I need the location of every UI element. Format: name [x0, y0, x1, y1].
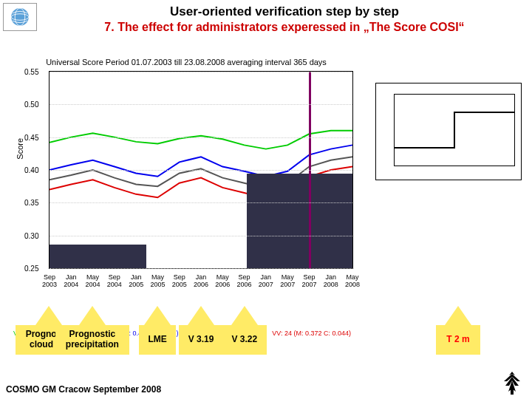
chart-x-tick: Sep2004	[107, 274, 122, 289]
chart-x-tick: Sep2007	[301, 274, 316, 289]
slide-footer: COSMO GM Cracow September 2008	[6, 384, 161, 395]
chart-y-tick: 0.30	[24, 231, 38, 239]
chart-title: Universal Score Period 01.07.2003 till 2…	[13, 58, 359, 66]
chart-x-tick: May2007	[280, 274, 295, 289]
chart-series-line	[50, 131, 352, 149]
chart-x-tick: May2005	[150, 274, 165, 289]
occlusion-box-left	[50, 245, 146, 268]
occlusion-box-right	[247, 174, 353, 268]
slide-title-line1: User-oriented verification step by step	[52, 4, 517, 19]
chart-gridline	[50, 236, 352, 236]
chart-y-tick: 0.40	[24, 166, 38, 174]
side-chart-svg	[395, 95, 514, 166]
chart-y-tick: 0.25	[24, 265, 38, 273]
chart-gridline	[50, 104, 352, 105]
annotation-arrow-icon	[231, 306, 258, 325]
chart-y-tick: 0.35	[24, 199, 38, 207]
chart-x-tick: May2006	[215, 274, 230, 289]
chart-x-tick: May2008	[345, 274, 360, 289]
chart-x-tick: Sep2003	[42, 274, 57, 289]
chart-x-tick: Jan2005	[129, 274, 143, 289]
annotation-label: LME	[139, 325, 176, 355]
annotation-label: V 3.22	[222, 325, 267, 355]
chart-x-tick: Jan2008	[324, 274, 338, 289]
chart-y-label: Score	[16, 138, 24, 160]
chart-x-tick: Jan2006	[194, 274, 208, 289]
svg-rect-3	[511, 389, 514, 395]
chart-gridline	[50, 170, 352, 171]
annotation-label: T 2 m	[436, 325, 480, 355]
side-chart	[375, 83, 522, 180]
chart-gridline	[50, 72, 352, 72]
chart-y-tick: 0.45	[24, 133, 38, 141]
annotation-label: V 3.19	[179, 325, 223, 355]
chart-gridline	[50, 137, 352, 138]
chart-x-tick: Sep2005	[172, 274, 187, 289]
chart-gridline	[50, 268, 352, 269]
annotation-arrow-icon	[188, 306, 214, 325]
annotation-label: Prognostic precipitation	[55, 325, 129, 355]
slide-title-block: User-oriented verification step by step …	[52, 4, 517, 34]
app-logo	[3, 3, 37, 31]
chart-series-line	[50, 145, 352, 176]
chart-x-tick: Sep2006	[237, 274, 252, 289]
svg-point-0	[11, 8, 29, 26]
annotation-labels-row: Prognostic cloud icePrognostic precipita…	[0, 325, 532, 364]
chart-x-tick: Jan2004	[64, 274, 78, 289]
slide-title-line2: 7. The effect for administrators experes…	[52, 21, 517, 34]
chart-y-tick: 0.55	[24, 68, 38, 76]
chart-gridline	[50, 202, 352, 203]
chart-y-tick: 0.50	[24, 100, 38, 109]
annotation-arrow-icon	[79, 306, 106, 325]
annotation-arrow-icon	[35, 306, 62, 325]
main-chart: Universal Score Period 01.07.2003 till 2…	[13, 58, 359, 304]
emblem-icon	[499, 369, 525, 396]
annotation-arrow-icon	[445, 306, 471, 325]
chart-x-tick: Jan2007	[259, 274, 273, 289]
annotation-arrow-icon	[144, 306, 171, 325]
chart-plot-area: Score 0.250.300.350.400.450.500.55Sep200…	[49, 71, 353, 269]
chart-x-tick: May2004	[86, 274, 100, 289]
